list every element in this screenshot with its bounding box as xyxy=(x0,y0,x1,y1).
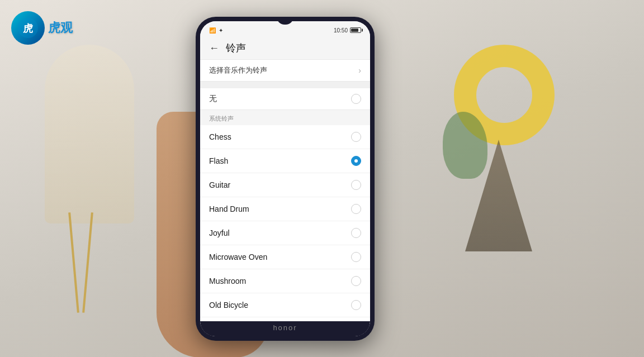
section-header-label: 系统铃声 xyxy=(209,115,234,122)
music-select-row[interactable]: 选择音乐作为铃声 › xyxy=(200,59,370,82)
chevron-right-icon: › xyxy=(358,66,361,75)
ringtone-name: Microwave Oven xyxy=(209,253,267,261)
none-row[interactable]: 无 xyxy=(200,88,370,110)
logo-circle: 虎 xyxy=(11,11,45,45)
page-title: 铃声 xyxy=(226,41,246,55)
ringtone-radio[interactable] xyxy=(351,180,361,190)
ringtone-list[interactable]: ChessFlashGuitarHand DrumJoyfulMicrowave… xyxy=(200,125,370,336)
time-display: 10:50 xyxy=(334,27,348,34)
ringtone-radio[interactable] xyxy=(351,300,361,310)
phone: 📶 ✦ 10:50 ← 铃声 选择音乐作为铃声 › xyxy=(196,17,375,341)
logo-svg: 虎 xyxy=(17,17,39,39)
ringtone-item[interactable]: Joyful xyxy=(200,221,370,245)
ringtone-item[interactable]: Microwave Oven xyxy=(200,245,370,269)
ringtone-name: Flash xyxy=(209,156,228,165)
honor-brand: honor xyxy=(200,321,370,336)
ringtone-radio[interactable] xyxy=(351,252,361,262)
bg-lamp-decoration xyxy=(45,45,134,223)
ringtone-item[interactable]: Flash xyxy=(200,149,370,173)
phone-screen: 📶 ✦ 10:50 ← 铃声 选择音乐作为铃声 › xyxy=(200,21,370,336)
ringtone-radio[interactable] xyxy=(351,132,361,142)
ringtone-radio[interactable] xyxy=(351,156,361,166)
section-header: 系统铃声 xyxy=(200,110,370,125)
ringtone-radio[interactable] xyxy=(351,228,361,238)
battery-icon xyxy=(350,27,361,33)
ringtone-name: Hand Drum xyxy=(209,204,249,213)
logo-wrap: 虎 虎观 xyxy=(11,11,73,45)
divider xyxy=(200,82,370,88)
brand-name-label: 虎观 xyxy=(48,20,73,36)
toolbar: ← 铃声 xyxy=(200,37,370,59)
ringtone-item[interactable]: Chess xyxy=(200,125,370,149)
app-content: ← 铃声 选择音乐作为铃声 › 无 系统铃声 xyxy=(200,37,370,336)
ringtone-name: Joyful xyxy=(209,229,230,237)
ringtone-name: Mushroom xyxy=(209,277,246,285)
ringtone-item[interactable]: Old Bicycle xyxy=(200,293,370,317)
svg-text:虎: 虎 xyxy=(22,23,33,34)
none-label: 无 xyxy=(209,94,217,104)
music-select-label: 选择音乐作为铃声 xyxy=(209,65,267,75)
none-radio[interactable] xyxy=(351,94,361,104)
ringtone-name: Old Bicycle xyxy=(209,301,248,310)
phone-body: 📶 ✦ 10:50 ← 铃声 选择音乐作为铃声 › xyxy=(196,17,375,341)
ringtone-name: Guitar xyxy=(209,180,230,189)
ringtone-item[interactable]: Mushroom xyxy=(200,269,370,293)
ringtone-item[interactable]: Guitar xyxy=(200,173,370,197)
ringtone-radio[interactable] xyxy=(351,276,361,286)
signal-icons: 📶 ✦ xyxy=(209,27,224,34)
ringtone-item[interactable]: Hand Drum xyxy=(200,197,370,221)
back-button[interactable]: ← xyxy=(209,42,219,54)
status-right: 10:50 xyxy=(334,27,361,34)
ringtone-radio[interactable] xyxy=(351,204,361,214)
ringtone-name: Chess xyxy=(209,132,231,141)
